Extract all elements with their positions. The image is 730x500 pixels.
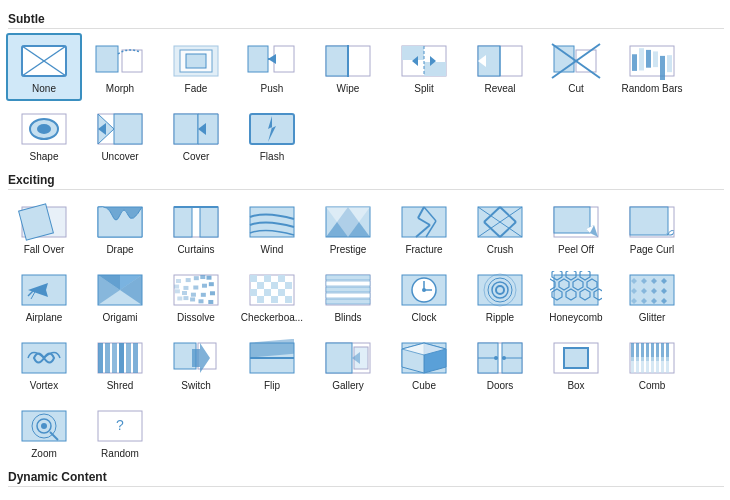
transition-item-window[interactable]: Window — [310, 491, 386, 500]
svg-rect-108 — [208, 300, 213, 304]
transition-item-pan[interactable]: Pan — [6, 491, 82, 500]
transition-item-blinds[interactable]: Blinds — [310, 262, 386, 330]
svg-rect-107 — [198, 299, 203, 303]
transition-item-random-bars[interactable]: Random Bars — [614, 33, 690, 101]
transition-icon-none — [18, 42, 70, 80]
svg-rect-106 — [190, 297, 195, 301]
transition-item-switch[interactable]: Switch — [158, 330, 234, 398]
transition-label-shred: Shred — [107, 380, 134, 392]
transition-item-checkerboard[interactable]: Checkerboa... — [234, 262, 310, 330]
transition-icon-curtains — [170, 203, 222, 241]
svg-rect-119 — [257, 296, 264, 303]
transition-label-flash: Flash — [260, 151, 284, 163]
transition-item-flip[interactable]: Flip — [234, 330, 310, 398]
transition-label-peel-off: Peel Off — [558, 244, 594, 256]
main-container: Subtle None Morph Fade Push Wipe Split R… — [0, 0, 730, 500]
transition-label-vortex: Vortex — [30, 380, 58, 392]
transition-item-box[interactable]: Box — [538, 330, 614, 398]
transition-icon-random: ? — [94, 407, 146, 445]
transition-item-peel-off[interactable]: Peel Off — [538, 194, 614, 262]
transition-label-clock: Clock — [411, 312, 436, 324]
transition-icon-wipe — [322, 42, 374, 80]
svg-rect-92 — [200, 275, 205, 279]
transition-item-origami[interactable]: Origami — [82, 262, 158, 330]
transition-item-fall-over[interactable]: Fall Over — [6, 194, 82, 262]
transition-item-clock[interactable]: Clock — [386, 262, 462, 330]
transition-item-cut[interactable]: Cut — [538, 33, 614, 101]
svg-rect-193 — [564, 348, 588, 368]
transition-label-random-bars: Random Bars — [621, 83, 682, 95]
transition-label-airplane: Airplane — [26, 312, 63, 324]
transition-item-flash[interactable]: Flash — [234, 101, 310, 169]
transition-label-reveal: Reveal — [484, 83, 515, 95]
transition-label-box: Box — [567, 380, 584, 392]
svg-rect-125 — [326, 287, 370, 292]
transition-item-wipe[interactable]: Wipe — [310, 33, 386, 101]
transition-icon-reveal — [474, 42, 526, 80]
transition-item-morph[interactable]: Morph — [82, 33, 158, 101]
transition-item-vortex[interactable]: Vortex — [6, 330, 82, 398]
transition-label-gallery: Gallery — [332, 380, 364, 392]
transition-item-cube[interactable]: Cube — [386, 330, 462, 398]
transition-label-cube: Cube — [412, 380, 436, 392]
svg-rect-170 — [126, 343, 131, 373]
transition-item-page-curl[interactable]: Page Curl — [614, 194, 690, 262]
svg-rect-13 — [326, 46, 348, 76]
transition-label-none: None — [32, 83, 56, 95]
transition-item-prestige[interactable]: Prestige — [310, 194, 386, 262]
transition-icon-flip — [246, 339, 298, 377]
transition-item-glitter[interactable]: Glitter — [614, 262, 690, 330]
transition-item-shape[interactable]: Shape — [6, 101, 82, 169]
transition-item-fade[interactable]: Fade — [158, 33, 234, 101]
transition-item-shred[interactable]: Shred — [82, 330, 158, 398]
svg-point-191 — [502, 356, 506, 360]
transition-item-reveal[interactable]: Reveal — [462, 33, 538, 101]
transition-item-airplane[interactable]: Airplane — [6, 262, 82, 330]
transition-label-prestige: Prestige — [330, 244, 367, 256]
svg-rect-169 — [119, 343, 124, 373]
transition-item-honeycomb[interactable]: Honeycomb — [538, 262, 614, 330]
transition-item-conveyor[interactable]: Conveyor — [158, 491, 234, 500]
transition-item-zoom[interactable]: Zoom — [6, 398, 82, 466]
transition-item-wind[interactable]: Wind — [234, 194, 310, 262]
transition-icon-drape — [94, 203, 146, 241]
transition-item-split[interactable]: Split — [386, 33, 462, 101]
transition-label-wipe: Wipe — [337, 83, 360, 95]
transition-icon-crush — [474, 203, 526, 241]
transition-item-gallery[interactable]: Gallery — [310, 330, 386, 398]
transition-label-comb: Comb — [639, 380, 666, 392]
transition-item-dissolve[interactable]: Dissolve — [158, 262, 234, 330]
svg-rect-103 — [210, 291, 215, 295]
transition-item-crush[interactable]: Crush — [462, 194, 538, 262]
transition-icon-ripple — [474, 271, 526, 309]
transition-icon-cover — [170, 110, 222, 148]
transition-item-doors[interactable]: Doors — [462, 330, 538, 398]
svg-point-132 — [422, 288, 426, 292]
transition-item-none[interactable]: None — [6, 33, 82, 101]
transition-item-fly-through[interactable]: Fly Through — [462, 491, 538, 500]
svg-rect-99 — [175, 289, 180, 293]
transition-item-ferris-wheel[interactable]: Ferris Wheel — [82, 491, 158, 500]
transition-item-ripple[interactable]: Ripple — [462, 262, 538, 330]
transition-item-cover[interactable]: Cover — [158, 101, 234, 169]
svg-rect-202 — [646, 357, 649, 373]
transition-item-orbit[interactable]: Orbit — [386, 491, 462, 500]
svg-rect-74 — [554, 207, 590, 233]
transition-item-uncover[interactable]: Uncover — [82, 101, 158, 169]
transition-label-split: Split — [414, 83, 433, 95]
transition-item-comb[interactable]: Comb — [614, 330, 690, 398]
transition-item-fracture[interactable]: Fracture — [386, 194, 462, 262]
transition-label-wind: Wind — [261, 244, 284, 256]
svg-rect-41 — [114, 114, 142, 144]
transition-item-push[interactable]: Push — [234, 33, 310, 101]
transition-item-random[interactable]: ?Random — [82, 398, 158, 466]
transition-item-rotate[interactable]: Rotate — [234, 491, 310, 500]
transition-item-drape[interactable]: Drape — [82, 194, 158, 262]
svg-rect-168 — [112, 343, 117, 373]
transition-icon-origami — [94, 271, 146, 309]
svg-rect-53 — [174, 207, 192, 237]
svg-rect-114 — [271, 282, 278, 289]
transition-icon-fall-over — [18, 203, 70, 241]
transition-item-curtains[interactable]: Curtains — [158, 194, 234, 262]
transition-icon-wind — [246, 203, 298, 241]
